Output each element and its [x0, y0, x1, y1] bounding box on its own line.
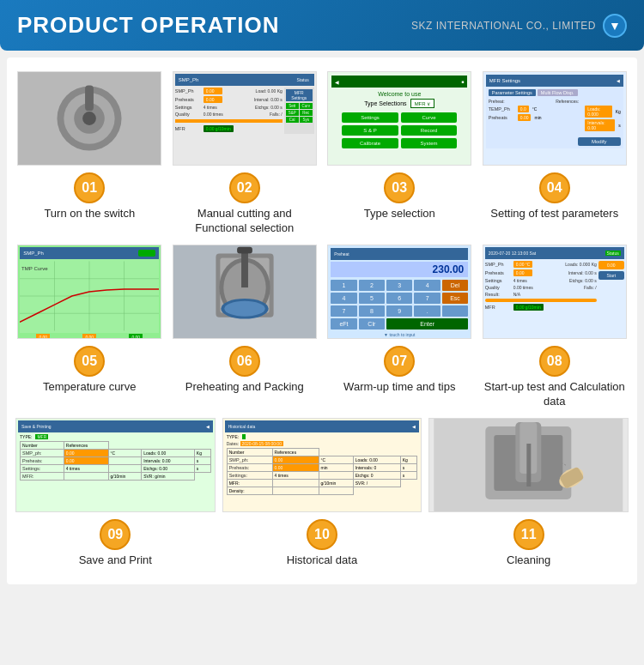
step-09-badge: 09 [100, 519, 131, 550]
step-04-badge: 04 [539, 172, 570, 203]
step-03-label: Type selection [361, 207, 439, 221]
svg-rect-4 [85, 85, 94, 111]
step-02-label: Manual cutting and Functional selection [171, 207, 319, 236]
step-04-label: Setting of test parameters [487, 207, 622, 221]
step-05: SMP_Ph [15, 245, 164, 409]
header-right: SKZ INTERNATIONAL CO., LIMITED ▼ [411, 14, 627, 38]
step-05-image: SMP_Ph [17, 245, 161, 339]
step-02: SMP_PhStatus SMP_Ph0.00Load: 0.00 Kg Pre… [171, 71, 319, 236]
step-08-badge: 08 [539, 346, 570, 377]
step-04: MFR Settings ◀ Parameter Settings Multi … [481, 71, 629, 236]
company-name: SKZ INTERNATIONAL CO., LIMITED [411, 20, 596, 32]
row-1: 01 Turn on the switch SMP_PhStatus SMP_P… [15, 71, 629, 236]
step-05-badge: 05 [74, 346, 105, 377]
switch-svg [18, 71, 161, 166]
step-06-badge: 06 [229, 346, 260, 377]
step-06: 06 Preheating and Packing [171, 245, 319, 409]
step-07: Preheat 230.00 1 2 3 4 Del 4 5 6 7 Esc [325, 245, 474, 409]
step-02-badge: 02 [229, 172, 260, 203]
header-title: PRODUCT OPERATION [17, 12, 279, 39]
step-10: Historical data ◀ TYPE: Dates: 2020-08-1… [222, 418, 422, 568]
step-08-label: Start-up test and Calculation data [481, 380, 629, 409]
step-10-image: Historical data ◀ TYPE: Dates: 2020-08-1… [222, 418, 422, 512]
step-09: Save & Printing ◀ TYPE:MFR NumberReferen… [15, 418, 216, 568]
cleaning-svg [429, 418, 628, 512]
header: PRODUCT OPERATION SKZ INTERNATIONAL CO.,… [0, 0, 644, 51]
svg-rect-19 [237, 246, 252, 253]
step-03: ◀ ■ Welcome to use Type Selections MFR ∨… [325, 71, 474, 236]
row-2: SMP_Ph [15, 245, 629, 409]
machine-svg [173, 245, 316, 339]
step-01: 01 Turn on the switch [15, 71, 164, 236]
step-11: 11 Cleaning [428, 418, 629, 568]
step-09-label: Save and Print [76, 553, 155, 568]
step-06-label: Preheating and Packing [182, 380, 307, 395]
main-content: 01 Turn on the switch SMP_PhStatus SMP_P… [7, 57, 637, 584]
step-03-image: ◀ ■ Welcome to use Type Selections MFR ∨… [327, 71, 471, 166]
step-07-badge: 07 [384, 346, 415, 377]
step-01-image [17, 71, 161, 166]
dropdown-button[interactable]: ▼ [603, 14, 627, 38]
svg-rect-27 [527, 444, 532, 487]
svg-point-5 [82, 112, 96, 125]
step-08-image: 2020-07-20 12:13:00 Sat Status SMP_Ph0.0… [483, 245, 627, 339]
step-11-label: Cleaning [503, 553, 554, 568]
step-01-label: Turn on the switch [40, 207, 138, 221]
step-09-image: Save & Printing ◀ TYPE:MFR NumberReferen… [15, 418, 216, 512]
step-06-image [173, 245, 317, 339]
step-10-label: Historical data [283, 553, 361, 568]
step-07-image: Preheat 230.00 1 2 3 4 Del 4 5 6 7 Esc [327, 245, 471, 339]
step-05-label: Temperature curve [39, 380, 139, 395]
step-02-image: SMP_PhStatus SMP_Ph0.00Load: 0.00 Kg Pre… [173, 71, 317, 166]
step-01-badge: 01 [74, 172, 105, 203]
step-07-label: Warm-up time and tips [340, 380, 459, 395]
svg-point-21 [224, 301, 264, 317]
step-10-badge: 10 [307, 519, 337, 550]
svg-text:TMP Curve: TMP Curve [21, 265, 48, 270]
dropdown-icon: ▼ [609, 19, 621, 33]
step-04-image: MFR Settings ◀ Parameter Settings Multi … [483, 71, 627, 166]
row-3: Save & Printing ◀ TYPE:MFR NumberReferen… [15, 418, 629, 568]
step-11-image [428, 418, 629, 512]
step-03-badge: 03 [384, 172, 415, 203]
step-11-badge: 11 [513, 519, 544, 550]
svg-rect-18 [241, 249, 248, 287]
step-08: 2020-07-20 12:13:00 Sat Status SMP_Ph0.0… [481, 245, 629, 409]
